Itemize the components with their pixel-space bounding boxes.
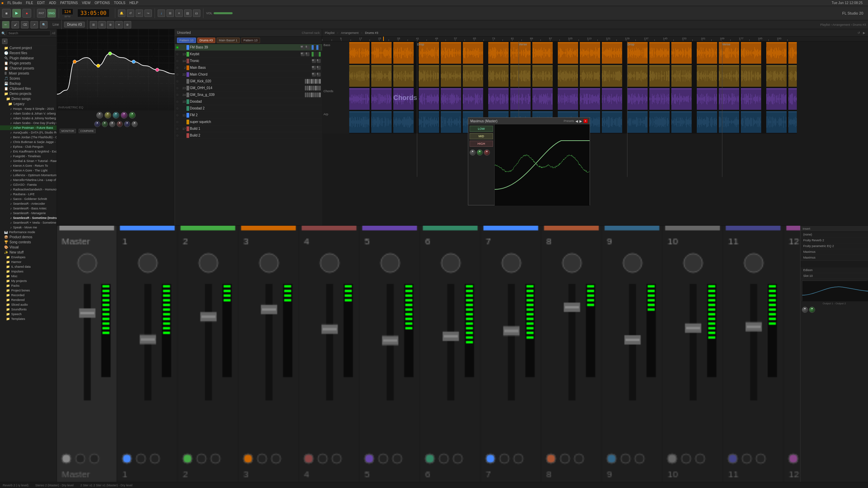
- eq-knob-3[interactable]: [113, 112, 119, 119]
- sidebar-item-sliced-audio[interactable]: 📁 Sliced audio: [0, 302, 57, 307]
- compare-btn[interactable]: COMPARE: [79, 129, 96, 133]
- fx-none[interactable]: (none): [801, 232, 868, 238]
- menu-add[interactable]: ADD: [49, 1, 56, 5]
- step-seq-btn[interactable]: ⊞: [166, 9, 174, 17]
- sidebar-item-rendered[interactable]: 📁 Rendered: [0, 298, 57, 302]
- channel-row-doodad2[interactable]: Doodad 2: [175, 105, 322, 112]
- ch-solo-5[interactable]: S: [317, 73, 321, 77]
- sidebar-item-il-shared[interactable]: 📁 IL shared data: [0, 264, 57, 269]
- channel-row-fmbass[interactable]: FM Bass 39 M S: [175, 44, 322, 51]
- sidebar-item-templates[interactable]: 📁 Templates: [0, 317, 57, 321]
- eq-knob-1[interactable]: [96, 112, 103, 119]
- sidebar-item-demo-songs[interactable]: 📁 Demo songs: [0, 96, 57, 101]
- sidebar-item-product-demos[interactable]: 📦 Product demos: [0, 235, 57, 240]
- pat-tool-3[interactable]: ⊗: [107, 21, 114, 28]
- sidebar-item-mixer-presets[interactable]: 🎚 Mixer presets: [0, 71, 57, 76]
- sidebar-item-gimbal[interactable]: ♪ Gimbal & Sinan + Tutorial - RawFi: [0, 159, 57, 163]
- eq-knob-8[interactable]: [109, 121, 115, 127]
- channel-row-mainbass[interactable]: 2 Main Bass M S: [175, 64, 322, 71]
- channel-led-1[interactable]: [176, 46, 178, 48]
- sidebar-item-my-projects[interactable]: 📁 My projects: [0, 279, 57, 283]
- draw-tool[interactable]: ✏: [2, 21, 9, 28]
- sidebar-item-packs[interactable]: 📁 Packs: [0, 283, 57, 288]
- record-button[interactable]: ●: [22, 9, 31, 18]
- sidebar-item-marcello[interactable]: ♪ Marcello+Martina Lina - Leap of Faith: [0, 178, 57, 182]
- search-input[interactable]: [7, 30, 51, 36]
- sidebar-item-seamless1[interactable]: ♪ SeamlessR - Antecoder: [0, 201, 57, 206]
- pat-tool-1[interactable]: ⊞: [90, 21, 97, 28]
- sidebar-item-current-project[interactable]: 📁 Current project: [0, 45, 57, 50]
- band-mid-btn[interactable]: MID: [470, 133, 493, 139]
- sidebar-item-eric[interactable]: ♪ Eric Kauffmann & NrgMind - Exoplanet: [0, 149, 57, 154]
- pattern-btn-4[interactable]: Pattern 13: [241, 38, 260, 43]
- loop-btn[interactable]: ↺: [127, 9, 134, 17]
- ch-mute-5[interactable]: M: [312, 73, 316, 77]
- eq-knob-7[interactable]: [102, 121, 108, 127]
- menu-tools[interactable]: TOOLS: [114, 1, 125, 5]
- sidebar-item-benn[interactable]: ♪ Benn Jordan (The Flashbulb) - Cassette…: [0, 135, 57, 140]
- sidebar-item-perf-mode[interactable]: 🎹 Performance mode: [0, 230, 57, 235]
- metronome-btn[interactable]: 🔔: [118, 9, 125, 17]
- sidebar-item-plugin-presets[interactable]: 📋 Plugin presets: [0, 61, 57, 66]
- sidebar-item-project-bones[interactable]: 📁 Project bones: [0, 288, 57, 293]
- eq-knob-9[interactable]: [117, 121, 123, 127]
- channel-row-squelch[interactable]: super squelch: [175, 119, 322, 125]
- channel-led-2[interactable]: [176, 53, 178, 55]
- sidebar-item-song-contests[interactable]: 🏆 Song contests: [0, 240, 57, 245]
- sidebar-item-impulses[interactable]: 📁 Impulses: [0, 269, 57, 274]
- plugin-prev-preset[interactable]: ◀: [575, 119, 578, 123]
- browser-btn[interactable]: 🗂: [193, 9, 200, 17]
- plugin-next-preset[interactable]: ▶: [579, 119, 582, 123]
- send-knob-2[interactable]: [809, 307, 815, 313]
- maximus-knob-3[interactable]: [484, 149, 490, 156]
- channel-led-5[interactable]: [176, 74, 178, 76]
- sidebar-item-legacy[interactable]: 📁 Legacy: [0, 101, 57, 106]
- eq-knob-6[interactable]: [94, 121, 100, 127]
- channel-row-doodad1[interactable]: 10 Doodad: [175, 98, 322, 105]
- channel-row-build1[interactable]: 17 Build 1: [175, 125, 322, 132]
- ch-solo-1[interactable]: S: [305, 45, 310, 49]
- maximus-knob-1[interactable]: [470, 149, 476, 156]
- ch-mute-1[interactable]: M: [301, 45, 305, 49]
- fx-reverb[interactable]: Fruity Reverb 2: [801, 238, 868, 243]
- fx-slot10[interactable]: Slot 10: [801, 273, 868, 279]
- mixer-btn[interactable]: ≡: [175, 9, 183, 17]
- channel-led-3[interactable]: [176, 60, 178, 62]
- pattern-select[interactable]: Drums #3: [64, 22, 85, 27]
- play-button[interactable]: ▶: [12, 9, 21, 18]
- sidebar-item-chris[interactable]: ♪ Chris Butkman & Sarjie Jagge - No Esca…: [0, 140, 57, 144]
- menu-file[interactable]: FILE: [26, 1, 33, 5]
- select-tool[interactable]: ↗: [31, 21, 38, 28]
- sidebar-item-harmor[interactable]: 📁 Harmor: [0, 260, 57, 264]
- sidebar-item-adam3[interactable]: ♪ Adam Szabo - One Day (Funky Mix): [0, 121, 57, 125]
- menu-fl-studio[interactable]: FL Studio: [7, 1, 22, 5]
- channel-row-fm2[interactable]: 11 FM 2: [175, 112, 322, 119]
- sidebar-item-scores[interactable]: 🎵 Scores: [0, 76, 57, 81]
- channel-led-6[interactable]: [176, 80, 178, 82]
- plugin-titlebar[interactable]: Maximus (Master) Presets ◀ ▶ ×: [468, 118, 590, 124]
- channel-led-13[interactable]: [176, 128, 178, 130]
- channel-row-tronic[interactable]: 14 Tronic M S: [175, 58, 322, 64]
- eq-knob-5[interactable]: [129, 112, 136, 119]
- send-knob-1[interactable]: [802, 307, 808, 313]
- menu-options[interactable]: OPTIONS: [95, 1, 110, 5]
- sidebar-item-ephixa[interactable]: ♪ Ephixa - Club Penguin: [0, 144, 57, 149]
- app-logo[interactable]: ■: [1, 1, 3, 5]
- sidebar-item-seamless2[interactable]: ♪ SeamlessR - Bass Antec: [0, 206, 57, 211]
- ch-mute-3[interactable]: M: [312, 59, 316, 63]
- pattern-mode-btn[interactable]: PAT: [37, 9, 46, 18]
- sidebar-item-recent-files[interactable]: 🕐 Recent files: [0, 50, 57, 56]
- sidebar-item-seamless3[interactable]: ♪ SeamlessR - Menagerie: [0, 211, 57, 216]
- pat-tool-2[interactable]: ⊟: [98, 21, 106, 28]
- channel-led-7[interactable]: [176, 87, 178, 89]
- song-mode-btn[interactable]: SNG: [47, 9, 56, 18]
- channel-row-build2[interactable]: Build 2: [175, 132, 322, 139]
- zoom-tool[interactable]: 🔍: [40, 21, 47, 28]
- channel-row-gmsna[interactable]: 24 GM_Sna_g_039: [175, 92, 322, 98]
- pat-tool-4[interactable]: ✦: [115, 21, 123, 28]
- sidebar-item-plugin-db[interactable]: 🔌 Plugin database: [0, 56, 57, 61]
- channel-led-14[interactable]: [176, 135, 178, 137]
- channel-led-8[interactable]: [176, 94, 178, 96]
- sidebar-item-misc[interactable]: 📁 Misc: [0, 274, 57, 279]
- sidebar-item-sacco[interactable]: ♪ Sacco - Goldener Schnitt: [0, 197, 57, 201]
